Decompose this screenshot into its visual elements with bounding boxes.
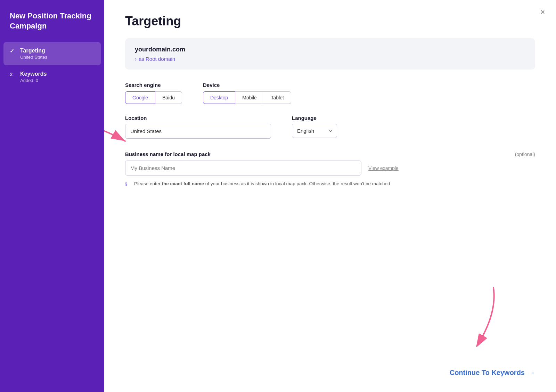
sidebar-keywords-sub: Added: 0 [20, 78, 47, 83]
domain-name: yourdomain.com [135, 46, 525, 53]
business-info-box: ℹ Please enter the exact full name of yo… [125, 180, 535, 189]
domain-type-label: as Root domain [139, 56, 175, 62]
device-label: Device [203, 82, 291, 88]
domain-card: yourdomain.com › as Root domain [125, 38, 535, 70]
annotation-arrow-bottom [455, 284, 500, 347]
sidebar-targeting-label: Targeting [20, 48, 47, 54]
chevron-right-icon: › [135, 56, 137, 62]
check-icon: ✓ [10, 48, 16, 54]
business-name-input[interactable] [125, 161, 361, 175]
close-button[interactable]: × [540, 8, 545, 16]
continue-area: Continue To Keywords → [450, 369, 535, 377]
location-group: Location [125, 115, 271, 139]
business-name-section: Business name for local map pack (option… [125, 151, 535, 189]
device-tablet-btn[interactable]: Tablet [264, 91, 291, 104]
step-number-keywords: 2 [10, 71, 16, 77]
info-icon: ℹ [125, 181, 131, 189]
main-content: × Targeting yourdomain.com › as Root dom… [104, 0, 556, 392]
location-input[interactable] [125, 124, 271, 139]
page-title: Targeting [125, 14, 535, 28]
optional-label: (optional) [515, 152, 535, 157]
view-example-link[interactable]: View example [368, 165, 399, 171]
domain-type-selector[interactable]: › as Root domain [135, 56, 525, 62]
sidebar: New Position Tracking Campaign ✓ Targeti… [0, 0, 104, 392]
business-name-label: Business name for local map pack [125, 151, 211, 157]
device-group: Device Desktop Mobile Tablet [203, 82, 291, 104]
business-info-text: Please enter the exact full name of your… [134, 180, 390, 189]
sidebar-item-targeting[interactable]: ✓ Targeting United States [3, 42, 101, 65]
language-label: Language [292, 115, 337, 121]
search-engine-label: Search engine [125, 82, 182, 88]
engine-baidu-btn[interactable]: Baidu [155, 91, 182, 104]
sidebar-keywords-label: Keywords [20, 71, 47, 77]
location-label: Location [125, 115, 271, 121]
location-language-section: Location Language English Spanish French… [125, 115, 535, 139]
sidebar-title: New Position Tracking Campaign [0, 11, 104, 42]
device-desktop-btn[interactable]: Desktop [203, 91, 235, 104]
sidebar-item-keywords[interactable]: 2 Keywords Added: 0 [0, 65, 104, 89]
business-name-header: Business name for local map pack (option… [125, 151, 535, 157]
engine-device-row: Search engine Google Baidu Device Deskto… [125, 82, 535, 104]
device-mobile-btn[interactable]: Mobile [235, 91, 264, 104]
engine-google-btn[interactable]: Google [125, 91, 155, 104]
continue-label: Continue To Keywords [450, 369, 525, 377]
search-engine-group: Search engine Google Baidu [125, 82, 182, 104]
search-engine-options: Google Baidu [125, 91, 182, 104]
language-select[interactable]: English Spanish French German [292, 124, 337, 138]
continue-button[interactable]: Continue To Keywords → [450, 369, 535, 377]
location-language-row: Location Language English Spanish French… [125, 115, 535, 139]
device-options: Desktop Mobile Tablet [203, 91, 291, 104]
continue-arrow-icon: → [528, 369, 535, 377]
sidebar-targeting-sub: United States [20, 55, 47, 60]
language-group: Language English Spanish French German [292, 115, 337, 138]
business-input-row: View example [125, 161, 535, 175]
